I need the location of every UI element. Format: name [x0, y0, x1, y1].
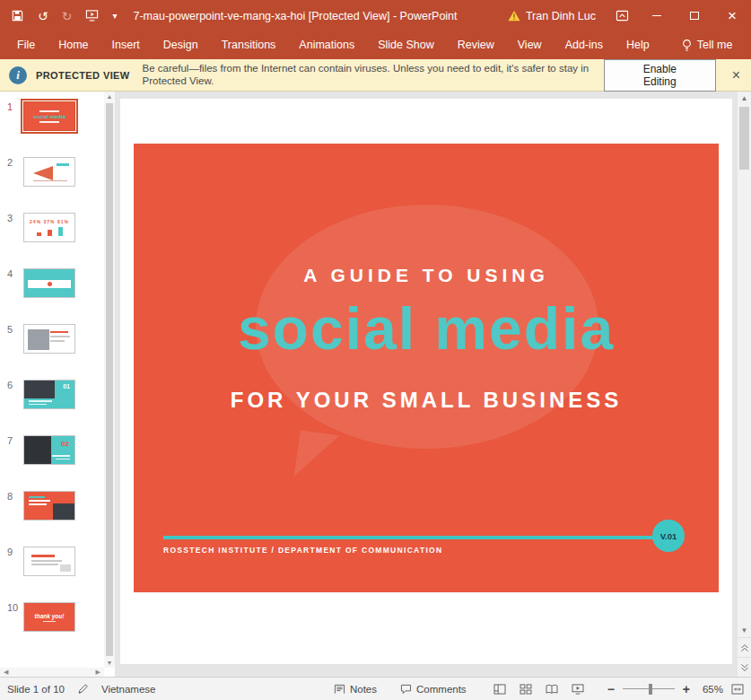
start-from-beginning-icon[interactable] — [85, 9, 99, 22]
tab-design[interactable]: Design — [152, 31, 210, 59]
language-indicator[interactable]: Vietnamese — [101, 684, 156, 695]
protected-view-bar: i PROTECTED VIEW Be careful—files from t… — [0, 59, 751, 92]
slide-5-thumbnail[interactable] — [23, 324, 75, 354]
close-icon: × — [728, 8, 737, 23]
slide-3-thumbnail[interactable]: 24% 37% 81% — [23, 213, 75, 242]
zoom-in-icon[interactable]: + — [683, 683, 690, 696]
scrollbar-thumb[interactable] — [106, 103, 113, 656]
main-area: 1 social media 2 3 — [0, 92, 751, 677]
message-bar-close-icon[interactable]: × — [732, 68, 740, 83]
tab-review[interactable]: Review — [446, 31, 506, 59]
scroll-up-icon[interactable]: ▲ — [741, 92, 748, 105]
slide-thumbnail-row: 10 thank you! — [0, 599, 115, 655]
proofing-pen-icon[interactable] — [77, 683, 89, 695]
zoom-slider-knob[interactable] — [649, 684, 652, 695]
title-bar: ↺ ↻ ▾ 7-mau-powerpoint-ve-mang-xa-hoi [P… — [0, 0, 751, 31]
panel-horizontal-scrollbar[interactable]: ◀ ▶ — [0, 668, 104, 677]
tab-help[interactable]: Help — [615, 31, 661, 59]
next-slide-button[interactable] — [738, 657, 751, 677]
tab-add-ins[interactable]: Add-ins — [554, 31, 615, 59]
zoom-level[interactable]: 65% — [698, 684, 723, 695]
slide-subtitle-text[interactable]: FOR YOUR SMALL BUSINESS — [134, 388, 719, 413]
version-badge[interactable]: V.01 — [652, 520, 685, 552]
slide-thumbnail-row: 9 — [0, 544, 115, 599]
slide-number: 6 — [0, 380, 23, 433]
slide-indicator[interactable]: Slide 1 of 10 — [7, 684, 65, 695]
tell-me-box[interactable]: Tell me — [670, 31, 745, 59]
minimize-button[interactable] — [638, 0, 676, 31]
slide-2-thumbnail[interactable] — [23, 157, 75, 187]
slide-9-thumbnail[interactable] — [23, 547, 75, 576]
thumb-title-text: social media — [33, 114, 65, 119]
share-button[interactable]: Share — [744, 31, 751, 59]
customize-quick-access-icon[interactable]: ▾ — [112, 10, 117, 22]
scroll-left-icon[interactable]: ◀ — [4, 669, 8, 676]
close-button[interactable]: × — [713, 0, 751, 31]
slide-8-thumbnail[interactable] — [23, 491, 75, 521]
slide-number: 10 — [0, 602, 23, 655]
panel-scrollbar[interactable]: ▲ ▼ — [104, 92, 115, 668]
tab-file[interactable]: File — [5, 31, 47, 59]
scrollbar-track[interactable] — [738, 105, 751, 624]
slide-canvas[interactable]: A GUIDE TO USING social media FOR YOUR S… — [120, 99, 732, 664]
previous-slide-button[interactable] — [738, 637, 751, 657]
slide-title-text[interactable]: social media — [134, 294, 719, 363]
window-title: 7-mau-powerpoint-ve-mang-xa-hoi [Protect… — [134, 10, 458, 22]
tab-transitions[interactable]: Transitions — [210, 31, 288, 59]
speech-bubble-tail — [294, 430, 340, 482]
slide-thumbnail-row: 5 — [0, 321, 115, 377]
slide-number: 1 — [0, 101, 23, 154]
zoom-slider[interactable] — [623, 684, 675, 695]
save-icon[interactable] — [11, 9, 24, 22]
comments-label: Comments — [416, 684, 467, 695]
minimize-icon — [652, 15, 661, 16]
comment-bubble-icon — [400, 684, 412, 695]
slide-background-shape[interactable]: A GUIDE TO USING social media FOR YOUR S… — [134, 144, 719, 592]
comments-toggle[interactable]: Comments — [400, 684, 467, 695]
slide-sorter-view-icon[interactable] — [520, 684, 532, 695]
slide-number: 7 — [0, 435, 23, 488]
tab-animations[interactable]: Animations — [287, 31, 366, 59]
scroll-right-icon[interactable]: ▶ — [96, 669, 100, 676]
enable-editing-button[interactable]: Enable Editing — [604, 59, 716, 92]
tab-insert[interactable]: Insert — [100, 31, 152, 59]
maximize-button[interactable] — [676, 0, 713, 31]
scroll-down-icon[interactable]: ▼ — [741, 624, 748, 637]
slide-thumbnail-panel: 1 social media 2 3 — [0, 92, 115, 677]
slide-footer-text[interactable]: ROSSTECH INSTITUTE / DEPARTMENT OF COMMU… — [163, 546, 442, 555]
normal-view-icon[interactable] — [493, 684, 506, 695]
slide-10-thumbnail[interactable]: thank you! — [23, 602, 75, 632]
tab-view[interactable]: View — [506, 31, 554, 59]
quick-access-toolbar: ↺ ↻ ▾ — [11, 9, 118, 22]
account-area[interactable]: Tran Dinh Luc — [508, 10, 596, 22]
undo-icon[interactable]: ↺ — [38, 10, 48, 22]
slide-6-thumbnail[interactable]: 01 — [23, 380, 75, 409]
slide-scrollbar[interactable]: ▲ ▼ — [738, 92, 751, 677]
tab-slide-show[interactable]: Slide Show — [366, 31, 446, 59]
slide-kicker-text[interactable]: A GUIDE TO USING — [134, 265, 719, 286]
scrollbar-thumb[interactable] — [739, 107, 749, 170]
thumb-deco — [29, 496, 50, 505]
protected-view-message: Be careful—files from the Internet can c… — [143, 63, 604, 87]
slide-4-thumbnail[interactable] — [23, 268, 75, 298]
slide-thumbnail-row: 7 02 — [0, 433, 115, 488]
ribbon-display-options-icon[interactable] — [616, 10, 629, 22]
reading-view-icon[interactable] — [546, 684, 558, 695]
thumb-thankyou-text: thank you! — [35, 613, 65, 619]
tab-home[interactable]: Home — [47, 31, 100, 59]
slide-7-thumbnail[interactable]: 02 — [23, 435, 75, 465]
slide-1-thumbnail[interactable]: social media — [23, 101, 75, 131]
scroll-down-icon[interactable]: ▼ — [104, 660, 115, 666]
scroll-up-icon[interactable]: ▲ — [104, 93, 115, 100]
notes-icon — [334, 684, 345, 695]
slide-number: 9 — [0, 547, 23, 599]
zoom-out-icon[interactable]: − — [607, 683, 615, 696]
thumb-deco — [28, 329, 49, 350]
slide-thumbnail-row: 2 — [0, 154, 115, 210]
notes-toggle[interactable]: Notes — [334, 684, 377, 695]
fit-slide-to-window-icon[interactable] — [731, 684, 744, 695]
redo-icon[interactable]: ↻ — [62, 10, 73, 22]
slideshow-view-icon[interactable] — [572, 684, 584, 695]
thumb-deco — [53, 503, 74, 520]
thumb-deco — [50, 331, 70, 342]
